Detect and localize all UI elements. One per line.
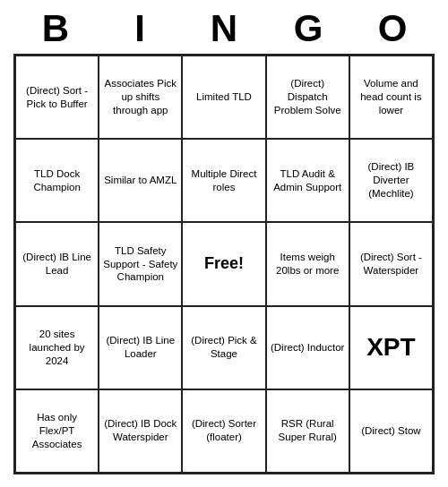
- bingo-cell-2: Limited TLD: [182, 56, 265, 139]
- title-i: I: [113, 7, 167, 50]
- bingo-cell-8: TLD Audit & Admin Support: [266, 139, 349, 222]
- bingo-cell-22: (Direct) Sorter (floater): [182, 389, 265, 473]
- bingo-cell-13: Items weigh 20lbs or more: [266, 222, 349, 305]
- bingo-cell-5: TLD Dock Champion: [15, 139, 99, 222]
- bingo-grid: (Direct) Sort - Pick to BufferAssociates…: [13, 54, 435, 474]
- bingo-cell-17: (Direct) Pick & Stage: [182, 306, 265, 389]
- bingo-cell-3: (Direct) Dispatch Problem Solve: [266, 56, 349, 139]
- bingo-cell-23: RSR (Rural Super Rural): [266, 389, 349, 473]
- bingo-cell-12: Free!: [182, 222, 265, 305]
- bingo-cell-15: 20 sites launched by 2024: [15, 306, 99, 389]
- title-n: N: [197, 7, 251, 50]
- bingo-cell-21: (Direct) IB Dock Waterspider: [99, 389, 182, 473]
- bingo-title: B I N G O: [13, 0, 435, 54]
- bingo-cell-9: (Direct) IB Diverter (Mechlite): [349, 139, 433, 222]
- bingo-cell-19: XPT: [349, 306, 433, 389]
- bingo-cell-14: (Direct) Sort - Waterspider: [349, 222, 433, 305]
- bingo-cell-18: (Direct) Inductor: [266, 306, 349, 389]
- bingo-cell-10: (Direct) IB Line Lead: [15, 222, 99, 305]
- bingo-cell-6: Similar to AMZL: [99, 139, 182, 222]
- bingo-cell-0: (Direct) Sort - Pick to Buffer: [15, 56, 99, 139]
- bingo-cell-1: Associates Pick up shifts through app: [99, 56, 182, 139]
- title-o: O: [366, 7, 419, 50]
- bingo-cell-4: Volume and head count is lower: [349, 56, 433, 139]
- bingo-cell-16: (Direct) IB Line Loader: [99, 306, 182, 389]
- title-b: B: [29, 7, 82, 50]
- bingo-cell-7: Multiple Direct roles: [182, 139, 265, 222]
- bingo-cell-24: (Direct) Stow: [349, 389, 433, 473]
- title-g: G: [281, 7, 335, 50]
- bingo-cell-11: TLD Safety Support - Safety Champion: [99, 222, 182, 305]
- bingo-cell-20: Has only Flex/PT Associates: [15, 389, 99, 473]
